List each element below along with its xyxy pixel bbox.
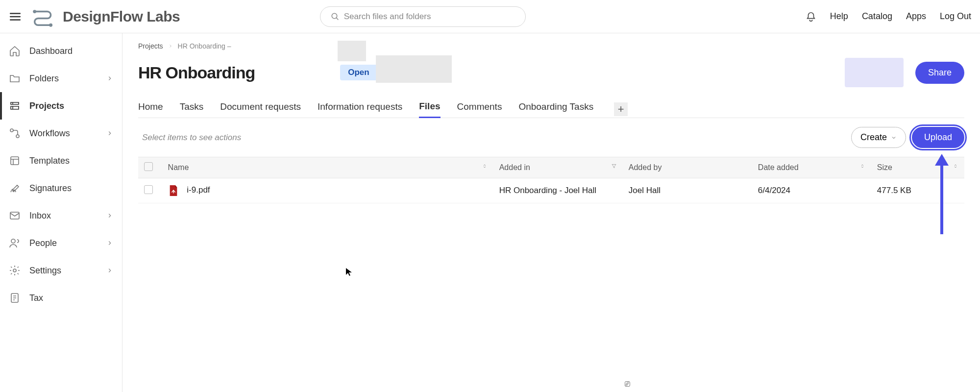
svg-point-8: [13, 269, 16, 272]
cell-size: 477.5 KB: [871, 178, 964, 203]
home-icon: [9, 45, 21, 57]
sidebar: Dashboard Folders Projects Workflows Tem…: [0, 33, 122, 392]
sidebar-item-label: Dashboard: [29, 46, 73, 56]
catalog-link[interactable]: Catalog: [862, 11, 892, 22]
col-header-addedin[interactable]: Added in: [493, 157, 623, 178]
signatures-icon: [9, 182, 21, 194]
chevron-down-icon: [891, 135, 897, 141]
sidebar-item-label: Workflows: [29, 128, 70, 139]
file-table: Name Added in Added by Date added: [138, 157, 964, 203]
tab-document-requests[interactable]: Document requests: [220, 101, 301, 117]
row-checkbox[interactable]: [144, 185, 153, 194]
pdf-icon: [168, 184, 179, 197]
col-header-label: Size: [877, 163, 892, 172]
templates-icon: [9, 155, 21, 167]
tab-tasks[interactable]: Tasks: [180, 101, 204, 117]
topbar-right: Help Catalog Apps Log Out: [806, 11, 971, 22]
table-row[interactable]: i-9.pdf HR Onboarding - Joel Hall Joel H…: [138, 178, 964, 203]
page-header: HR Onboarding Open ••• Share: [138, 58, 964, 87]
sidebar-item-tax[interactable]: Tax: [0, 284, 122, 312]
hamburger-menu-icon[interactable]: [9, 10, 22, 23]
upload-button[interactable]: Upload: [912, 127, 964, 148]
svg-rect-5: [11, 157, 19, 165]
create-button-label: Create: [860, 132, 887, 143]
notifications-icon[interactable]: [806, 11, 816, 22]
sidebar-item-people[interactable]: People: [0, 229, 122, 257]
select-all-checkbox[interactable]: [144, 162, 153, 171]
tab-home[interactable]: Home: [138, 101, 163, 117]
col-header-dateadded[interactable]: Date added: [752, 157, 871, 178]
col-header-addedby[interactable]: Added by: [623, 157, 752, 178]
main: Projects HR Onboarding – HR Onboarding O…: [122, 33, 980, 392]
cell-addedin: HR Onboarding - Joel Hall: [493, 178, 623, 203]
chevron-right-icon: [106, 212, 113, 219]
search-icon: [331, 12, 340, 21]
sidebar-item-label: Signatures: [29, 183, 72, 194]
svg-point-3: [10, 129, 13, 132]
tab-comments[interactable]: Comments: [457, 101, 502, 117]
svg-point-0: [33, 10, 36, 13]
sidebar-item-label: Tax: [29, 293, 43, 303]
sidebar-item-folders[interactable]: Folders: [0, 65, 122, 92]
tab-onboarding-tasks[interactable]: Onboarding Tasks: [518, 101, 593, 117]
add-tab-button[interactable]: +: [614, 102, 628, 116]
sort-icon: [859, 163, 865, 169]
col-header-label: Name: [168, 163, 189, 172]
create-button[interactable]: Create: [851, 127, 906, 148]
sidebar-item-projects[interactable]: Projects: [0, 92, 122, 120]
sidebar-item-label: Templates: [29, 156, 70, 166]
sidebar-item-inbox[interactable]: Inbox: [0, 202, 122, 229]
status-badge: Open: [340, 65, 377, 80]
sidebar-item-workflows[interactable]: Workflows: [0, 120, 122, 147]
sidebar-item-label: Folders: [29, 74, 59, 84]
redaction-box: [376, 55, 452, 83]
avatar-placeholder: [845, 58, 904, 87]
svg-point-7: [11, 239, 15, 243]
gear-icon: [9, 265, 21, 276]
sidebar-item-templates[interactable]: Templates: [0, 147, 122, 174]
sidebar-item-settings[interactable]: Settings: [0, 257, 122, 284]
search-input[interactable]: [320, 6, 526, 27]
sidebar-item-dashboard[interactable]: Dashboard: [0, 37, 122, 65]
sort-icon: [953, 163, 958, 169]
action-row: Select items to see actions Create Uploa…: [138, 127, 964, 148]
sidebar-item-label: Projects: [29, 101, 64, 111]
cell-addedby: Joel Hall: [623, 178, 752, 203]
table-header-row: Name Added in Added by Date added: [138, 157, 964, 178]
sort-icon: [482, 163, 488, 169]
chevron-right-icon: [168, 44, 173, 49]
topbar: DesignFlow Labs Help Catalog Apps Log Ou…: [0, 0, 980, 33]
folder-icon: [9, 73, 21, 84]
tab-files[interactable]: Files: [419, 101, 440, 118]
sidebar-item-label: Settings: [29, 266, 61, 276]
svg-point-1: [49, 23, 52, 26]
col-header-size[interactable]: Size: [871, 157, 964, 178]
tab-information-requests[interactable]: Information requests: [318, 101, 402, 117]
breadcrumb-current[interactable]: HR Onboarding –: [178, 42, 231, 50]
inbox-icon: [9, 210, 21, 221]
brand-logo[interactable]: DesignFlow Labs: [30, 6, 180, 27]
brand-name: DesignFlow Labs: [63, 8, 180, 25]
people-icon: [9, 237, 21, 249]
col-header-name[interactable]: Name: [162, 157, 493, 178]
col-header-label: Date added: [758, 163, 799, 172]
col-header-label: Added by: [629, 163, 662, 172]
logout-link[interactable]: Log Out: [940, 11, 971, 22]
cell-dateadded: 6/4/2024: [752, 178, 871, 203]
share-button[interactable]: Share: [915, 62, 964, 84]
chevron-right-icon: [106, 75, 113, 82]
workflows-icon: [9, 127, 21, 139]
sidebar-item-label: People: [29, 238, 57, 248]
filter-icon: [611, 163, 617, 169]
tax-icon: [9, 292, 21, 304]
breadcrumb: Projects HR Onboarding –: [138, 42, 964, 50]
cell-name[interactable]: i-9.pdf: [162, 178, 493, 203]
chevron-right-icon: [106, 267, 113, 274]
sidebar-item-signatures[interactable]: Signatures: [0, 174, 122, 202]
help-link[interactable]: Help: [830, 11, 848, 22]
sidebar-item-label: Inbox: [29, 211, 51, 221]
col-header-label: Added in: [499, 163, 530, 172]
breadcrumb-root[interactable]: Projects: [138, 42, 163, 50]
apps-link[interactable]: Apps: [906, 11, 926, 22]
chevron-right-icon: [106, 240, 113, 246]
